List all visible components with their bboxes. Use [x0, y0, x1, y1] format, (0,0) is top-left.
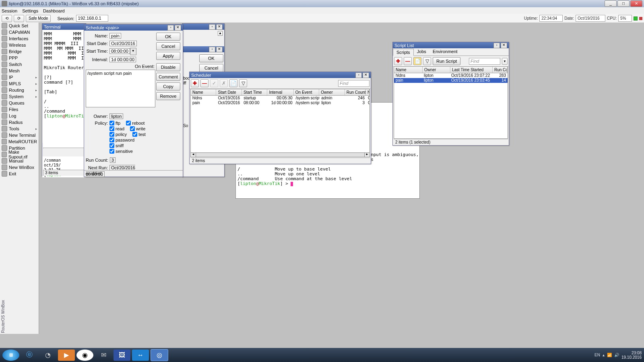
scriptlist-title[interactable]: Script List▫✕ [393, 42, 509, 48]
tray-clock[interactable]: 23:0819.10.2016 [621, 351, 642, 360]
sidebar-item-log[interactable]: Log [0, 113, 39, 119]
sidebar-item-new-terminal[interactable]: New Terminal [0, 132, 39, 138]
name-input[interactable]: pain [109, 33, 121, 39]
col-owner[interactable]: Owner [423, 67, 450, 73]
policy-sensitive-checkbox[interactable]: sensitive [109, 149, 133, 154]
col-next[interactable]: Next [366, 89, 369, 95]
filter-button[interactable]: ▽ [423, 57, 431, 65]
menu-settings[interactable]: Settings [22, 8, 38, 13]
tab-scripts[interactable]: Scripts [393, 49, 414, 56]
disable-button[interactable]: Disable [156, 63, 180, 71]
dropdown-icon[interactable]: ▼ [502, 58, 508, 65]
taskbar-mediaplayer-icon[interactable]: ▶ [58, 350, 75, 361]
close-button[interactable]: ✕ [630, 0, 642, 7]
col-interval[interactable]: Interval [267, 89, 293, 95]
undo-button[interactable]: ⟲ [2, 15, 12, 22]
sidebar-item-mesh[interactable]: Mesh [0, 68, 39, 74]
sidebar-item-mpls[interactable]: MPLS [0, 80, 39, 87]
session-field[interactable]: 192.168.0.1 [76, 15, 108, 22]
sidebar-item-tools[interactable]: Tools [0, 125, 39, 132]
sidebar-item-system[interactable]: System [0, 93, 39, 100]
tab-jobs[interactable]: Jobs [414, 48, 429, 56]
policy-sniff-checkbox[interactable]: sniff [109, 143, 124, 148]
nested-title[interactable]: ▫✕ [182, 46, 224, 52]
disable-button[interactable]: ✗ [220, 79, 228, 87]
scheduler-hscroll[interactable]: ◄ ► [190, 152, 370, 157]
sidebar-item-exit[interactable]: Exit [0, 171, 39, 177]
sidebar-item-capsman[interactable]: CAPsMAN [0, 29, 39, 35]
scheduler-grid[interactable]: Name Start Date Start Time Interval On E… [190, 89, 370, 157]
maximize-button[interactable]: □ [617, 0, 630, 7]
table-row[interactable]: painliptonOct/19/2016 23:03:4514 [394, 78, 508, 83]
sidebar-item-new-winbox[interactable]: New WinBox [0, 164, 39, 171]
sidebar-item-bridge[interactable]: Bridge [0, 48, 39, 55]
restore-button[interactable]: ▫ [493, 43, 500, 48]
add-button[interactable]: ✚ [394, 57, 402, 65]
col-startdate[interactable]: Start Date [216, 89, 242, 95]
sidebar-item-routing[interactable]: Routing [0, 87, 39, 93]
note-button[interactable]: 📄 [413, 57, 421, 65]
remove-button[interactable]: — [404, 57, 412, 65]
enable-button[interactable]: ✓ [210, 79, 218, 87]
close-button[interactable]: ✕ [501, 43, 507, 48]
policy-reboot-checkbox[interactable]: reboot [126, 121, 144, 125]
find-input[interactable]: Find [338, 80, 369, 87]
sidebar-item-queues[interactable]: Queues [0, 100, 39, 106]
taskbar-mail-icon[interactable]: ✉ [95, 350, 112, 361]
partial-title[interactable]: ▫✕ [182, 24, 224, 30]
policy-read-checkbox[interactable]: read [109, 126, 124, 131]
interval-input[interactable]: 1d 00:00:00 [109, 57, 136, 62]
remove-button[interactable]: — [200, 79, 208, 87]
taskbar-chrome-icon[interactable]: ◉ [76, 350, 93, 361]
policy-password-checkbox[interactable]: password [109, 138, 134, 142]
minimize-button[interactable]: _ [605, 0, 617, 7]
restore-button[interactable]: ▫ [355, 72, 362, 78]
col-last[interactable]: Last Time Started [450, 67, 493, 73]
remove-button[interactable]: Remove [156, 92, 180, 100]
safe-mode-button[interactable]: Safe Mode [26, 15, 51, 22]
col-name[interactable]: Name [191, 89, 216, 95]
on-event-textarea[interactable]: /system script run pain [86, 70, 155, 107]
col-onevent[interactable]: On Event [294, 89, 319, 95]
taskbar-winbox-icon[interactable]: ◎ [151, 349, 168, 361]
sidebar-item-switch[interactable]: Switch [0, 61, 39, 68]
close-button[interactable]: ✕ [175, 25, 181, 31]
col-starttime[interactable]: Start Time [242, 89, 267, 95]
apply-button[interactable]: Apply [156, 52, 180, 60]
table-row[interactable]: hldnsliptonOct/19/2016 23:07:22283 [394, 73, 508, 78]
ok-button[interactable]: OK [156, 33, 180, 41]
tab-environment[interactable]: Environment [429, 48, 461, 56]
find-input[interactable]: Find [469, 58, 500, 65]
comment-button[interactable]: Comment [156, 73, 180, 81]
copy-button[interactable]: Copy [156, 82, 180, 90]
sidebar-item-quick-set[interactable]: Quick Set [0, 23, 39, 29]
start-time-input[interactable]: 08:00:00 [109, 48, 130, 54]
policy-ftp-checkbox[interactable]: ftp [109, 121, 120, 125]
tray-volume-icon[interactable]: 🔊 [614, 353, 619, 357]
table-row[interactable]: hldnsOct/19/2016startup00:05:30/system s… [191, 96, 369, 101]
menu-dashboard[interactable]: Dashboard [43, 8, 65, 13]
taskbar-teamviewer-icon[interactable]: ↔ [132, 350, 149, 361]
sidebar-item-radius[interactable]: Radius [0, 119, 39, 125]
start-button[interactable]: ⊞ [2, 350, 19, 361]
col-owner[interactable]: Owner [319, 89, 345, 95]
filter-button[interactable]: ▽ [239, 79, 247, 87]
restore-button[interactable]: ▫ [209, 47, 215, 52]
taskbar-ie-icon[interactable]: ⓔ [21, 350, 38, 361]
close-button[interactable]: ✕ [363, 72, 369, 78]
table-row[interactable]: painOct/20/201608:00:001d 00:00:00/syste… [191, 101, 369, 105]
terminal-body[interactable]: MMM MMM MMM MMM MMM MMMM III MMM MM MMM … [42, 30, 86, 143]
close-button[interactable]: ✕ [216, 47, 223, 52]
schedule-title[interactable]: Schedule <pain>▫✕ [84, 25, 183, 31]
restore-button[interactable]: ▫ [209, 24, 215, 30]
col-runcount[interactable]: Run Count [493, 67, 508, 73]
menu-session[interactable]: Session [2, 8, 17, 13]
dropdown-icon[interactable]: ▼ [130, 48, 136, 55]
sidebar-item-metarouter[interactable]: MetaROUTER [0, 138, 39, 145]
sidebar-item-ip[interactable]: IP [0, 74, 39, 80]
tray-lang[interactable]: EN [594, 353, 600, 357]
ok-button[interactable]: OK [199, 54, 223, 62]
close-button[interactable]: ✕ [216, 24, 223, 30]
tray-network-icon[interactable]: 📶 [607, 353, 612, 357]
add-button[interactable]: ✚ [191, 79, 199, 87]
